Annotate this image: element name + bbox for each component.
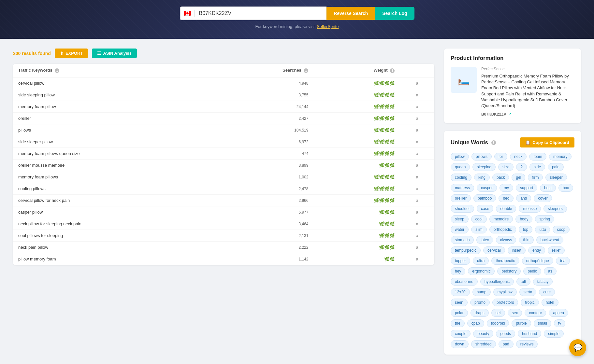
word-tag[interactable]: pack — [492, 174, 509, 181]
amazon-cell[interactable]: a — [400, 242, 434, 253]
copy-clipboard-button[interactable]: 📋 Copy to Clipboard — [520, 137, 574, 147]
word-tag[interactable]: draps — [471, 309, 489, 317]
amazon-cell[interactable]: a — [400, 113, 434, 124]
word-tag[interactable]: ergonomic — [468, 267, 495, 275]
keywords-info-icon[interactable]: ℹ — [55, 68, 59, 73]
amazon-cell[interactable]: a — [400, 253, 434, 265]
word-tag[interactable]: contour — [525, 309, 546, 317]
word-tag[interactable]: coop — [553, 226, 570, 233]
amazon-cell[interactable]: a — [400, 183, 434, 195]
table-row[interactable]: cooling pillows2,478🌿🌿🌿🌿a — [13, 183, 434, 195]
word-tag[interactable]: firm — [528, 174, 543, 181]
word-tag[interactable]: uttu — [535, 226, 550, 233]
chat-button[interactable]: 💬 — [569, 339, 586, 356]
word-tag[interactable]: purple — [512, 319, 531, 327]
word-tag[interactable]: case — [477, 205, 493, 213]
export-button[interactable]: ⬆ EXPORT — [55, 49, 88, 58]
word-tag[interactable]: double — [496, 205, 516, 213]
reverse-search-button[interactable]: Reverse Search — [326, 7, 375, 20]
word-tag[interactable]: pedic — [523, 267, 541, 275]
word-tag[interactable]: tropic — [521, 299, 539, 306]
word-tag[interactable]: side — [529, 163, 545, 171]
word-tag[interactable]: therapeutic — [491, 257, 519, 265]
word-tag[interactable]: mousse — [519, 205, 541, 213]
word-tag[interactable]: king — [474, 174, 490, 181]
word-tag[interactable]: goods — [496, 330, 515, 338]
word-tag[interactable]: 12x20 — [451, 288, 470, 296]
search-input[interactable] — [195, 7, 326, 20]
word-tag[interactable]: cool — [471, 215, 487, 223]
word-tag[interactable]: body — [515, 215, 532, 223]
word-tag[interactable]: buckwheat — [536, 236, 563, 244]
word-tag[interactable]: top — [519, 226, 533, 233]
amazon-cell[interactable]: a — [400, 206, 434, 218]
word-tag[interactable]: size — [498, 163, 514, 171]
amazon-cell[interactable]: a — [400, 77, 434, 89]
word-tag[interactable]: gel — [512, 174, 525, 181]
word-tag[interactable]: seen — [451, 299, 468, 306]
word-tag[interactable]: protectors — [492, 299, 518, 306]
amazon-cell[interactable]: a — [400, 101, 434, 113]
word-tag[interactable]: tempurpedic — [451, 246, 481, 254]
table-row[interactable]: cervical pillow4,948🌿🌿🌿🌿a — [13, 77, 434, 89]
weight-info-icon[interactable]: ℹ — [390, 68, 395, 73]
word-tag[interactable]: stomach — [451, 236, 474, 244]
word-tag[interactable]: latex — [476, 236, 493, 244]
word-tag[interactable]: mattress — [451, 184, 474, 192]
amazon-cell[interactable]: a — [400, 89, 434, 101]
word-tag[interactable]: hump — [472, 288, 491, 296]
unique-words-info-icon[interactable]: ℹ — [491, 140, 496, 145]
searches-info-icon[interactable]: ℹ — [304, 68, 308, 73]
amazon-cell[interactable]: a — [400, 124, 434, 136]
table-row[interactable]: side sleeper pillow6,972🌿🌿🌿🌿a — [13, 136, 434, 148]
amazon-cell[interactable]: a — [400, 195, 434, 206]
word-tag[interactable]: water — [451, 226, 469, 233]
word-tag[interactable]: todoroki — [487, 319, 509, 327]
word-tag[interactable]: tv — [554, 319, 565, 327]
table-row[interactable]: pillow memory foam1,142🌿🌿a — [13, 253, 434, 265]
word-tag[interactable]: memory — [549, 153, 572, 161]
word-tag[interactable]: beauty — [473, 330, 493, 338]
word-tag[interactable]: small — [534, 319, 551, 327]
asin-analysis-button[interactable]: ☰ ASIN Analysis — [92, 49, 137, 58]
word-tag[interactable]: set — [491, 309, 505, 317]
word-tag[interactable]: slim — [471, 226, 486, 233]
table-row[interactable]: neck pillow for sleeping neck pain3,464🌿… — [13, 218, 434, 230]
table-row[interactable]: casper pillow5,977🌿🌿🌿a — [13, 206, 434, 218]
word-tag[interactable]: spring — [535, 215, 554, 223]
word-tag[interactable]: relief — [548, 246, 565, 254]
word-tag[interactable]: as — [544, 267, 557, 275]
word-tag[interactable]: always — [496, 236, 516, 244]
amazon-cell[interactable]: a — [400, 218, 434, 230]
word-tag[interactable]: pillows — [471, 153, 492, 161]
table-row[interactable]: memory foam pillows1,002🌿🌿🌿🌿a — [13, 171, 434, 183]
word-tag[interactable]: simple — [544, 330, 564, 338]
word-tag[interactable]: pillow — [451, 153, 469, 161]
external-link-icon[interactable]: ↗ — [508, 112, 512, 117]
word-tag[interactable]: cover — [534, 194, 552, 202]
word-tag[interactable]: hypoallergenic — [480, 278, 514, 286]
word-tag[interactable]: casper — [477, 184, 497, 192]
table-row[interactable]: cool pillows for sleeping2,131🌿🌿🌿a — [13, 230, 434, 242]
word-tag[interactable]: shoulder — [451, 205, 474, 213]
word-tag[interactable]: down — [451, 340, 469, 348]
word-tag[interactable]: sleep — [451, 215, 469, 223]
word-tag[interactable]: foam — [529, 153, 546, 161]
word-tag[interactable]: hey — [451, 267, 465, 275]
word-tag[interactable]: couple — [451, 330, 471, 338]
table-row[interactable]: side sleeping pillow3,755🌿🌿🌿🌿a — [13, 89, 434, 101]
word-tag[interactable]: cervical — [483, 246, 505, 254]
word-tag[interactable]: orthopedic — [489, 226, 516, 233]
word-tag[interactable]: pain — [548, 163, 564, 171]
word-tag[interactable]: best — [540, 184, 556, 192]
word-tag[interactable]: husband — [518, 330, 541, 338]
word-tag[interactable]: bed — [499, 194, 514, 202]
table-row[interactable]: neck pain pillow2,222🌿🌿🌿a — [13, 242, 434, 253]
table-row[interactable]: memory foam pillows queen size474🌿🌿🌿🌿a — [13, 148, 434, 160]
table-row[interactable]: pillows184,519🌿🌿🌿🌿a — [13, 124, 434, 136]
word-tag[interactable]: insert — [508, 246, 526, 254]
word-tag[interactable]: memoire — [489, 215, 513, 223]
word-tag[interactable]: promo — [470, 299, 490, 306]
word-tag[interactable]: cute — [539, 288, 555, 296]
word-tag[interactable]: oreiller — [451, 194, 471, 202]
